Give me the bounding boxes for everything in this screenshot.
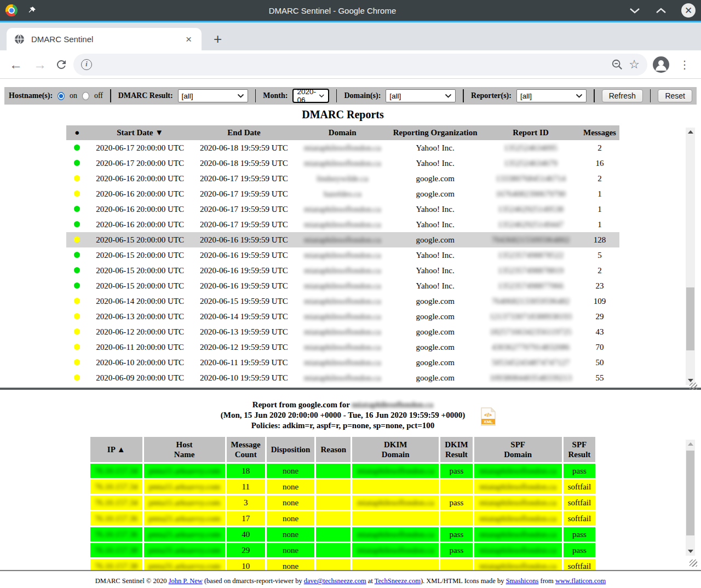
page-info-icon[interactable]: i xyxy=(81,59,92,70)
table-row[interactable]: 2020-06-09 20:00:00 UTC 2020-06-10 19:59… xyxy=(66,370,619,385)
ip-cell: 76.10.157.38 xyxy=(90,559,142,570)
col-end-date[interactable]: End Date xyxy=(192,125,296,140)
close-window-button[interactable]: ✕ xyxy=(681,3,696,18)
col-reporting-org[interactable]: Reporting Organization xyxy=(389,125,481,140)
message-count-cell: 17 xyxy=(227,511,265,526)
table-row[interactable]: 2020-06-17 20:00:00 UTC 2020-06-18 19:59… xyxy=(66,155,619,171)
col-start-date[interactable]: Start Date ▼ xyxy=(88,125,192,140)
tab-close-icon[interactable]: × xyxy=(183,34,194,44)
profile-avatar-icon[interactable] xyxy=(653,56,669,73)
reset-button[interactable]: Reset xyxy=(658,89,692,102)
dkim-result-cell: pass xyxy=(440,495,473,510)
detail-scrollbar[interactable] xyxy=(686,440,695,556)
table-row[interactable]: 2020-06-16 20:00:00 UTC 2020-06-17 19:59… xyxy=(66,201,619,217)
redacted-ip: 76.10.157.34 xyxy=(95,466,138,475)
col-messages[interactable]: Messages xyxy=(580,125,619,140)
col-dkim-result[interactable]: DKIM Result xyxy=(440,437,473,462)
table-row[interactable]: 2020-06-17 20:00:00 UTC 2020-06-18 19:59… xyxy=(66,140,619,155)
status-dot xyxy=(74,298,80,304)
maximize-icon[interactable] xyxy=(655,7,667,14)
org-cell: google.com xyxy=(389,309,481,324)
scroll-up-button[interactable] xyxy=(686,440,695,448)
col-report-id[interactable]: Report ID xyxy=(481,125,580,140)
end-date-cell: 2020-06-14 19:59:59 UTC xyxy=(192,309,296,324)
table-row[interactable]: 2020-06-16 20:00:00 UTC 2020-06-17 19:59… xyxy=(66,171,619,186)
reporter-select[interactable]: [all] xyxy=(516,89,587,102)
col-reason[interactable]: Reason xyxy=(316,437,350,462)
col-spf-result[interactable]: SPF Result xyxy=(564,437,596,462)
col-dkim-domain[interactable]: DKIM Domain xyxy=(352,437,439,462)
month-select[interactable]: 2020-06 xyxy=(292,89,329,103)
bookmark-star-icon[interactable]: ☆ xyxy=(629,57,640,72)
messages-cell: 43 xyxy=(580,324,619,339)
col-ip[interactable]: IP ▲ xyxy=(90,437,142,462)
table-row[interactable]: 2020-06-15 20:00:00 UTC 2020-06-16 19:59… xyxy=(66,247,619,263)
tab-dmarc-sentinel[interactable]: DMARC Sentinel × xyxy=(7,28,202,50)
reports-body: 2020-06-17 20:00:00 UTC 2020-06-18 19:59… xyxy=(66,140,619,385)
message-count-cell: 40 xyxy=(227,527,265,541)
table-row[interactable]: 2020-06-15 20:00:00 UTC 2020-06-16 19:59… xyxy=(66,278,619,293)
table-row[interactable]: 2020-06-15 20:00:00 UTC 2020-06-16 19:59… xyxy=(66,263,619,278)
scroll-down-button[interactable] xyxy=(686,547,695,556)
address-bar[interactable]: i ☆ xyxy=(73,54,647,76)
detail-header-row: IP ▲ Host Name Message Count Disposition… xyxy=(90,437,595,462)
report-id-cell: 1352524634095 xyxy=(481,140,580,155)
resize-grip[interactable] xyxy=(689,383,697,390)
scrollbar-thumb[interactable] xyxy=(686,451,694,535)
chevron-down-icon xyxy=(445,94,452,98)
svg-text:</>: </> xyxy=(484,412,492,418)
scrollbar-thumb[interactable] xyxy=(686,287,694,350)
dmarc-result-select[interactable]: [all] xyxy=(178,89,248,102)
table-row[interactable]: 2020-06-16 20:00:00 UTC 2020-06-17 19:59… xyxy=(66,217,619,232)
redacted-domain: miataphilesoflondon.ca xyxy=(304,205,381,214)
redacted-report-id: 1352524634679 xyxy=(504,159,558,168)
hostname-off-radio[interactable] xyxy=(82,92,89,100)
reports-scrollbar[interactable] xyxy=(686,128,695,385)
col-domain[interactable]: Domain xyxy=(296,125,389,140)
col-host-name[interactable]: Host Name xyxy=(144,437,225,462)
table-row[interactable]: 2020-06-12 20:00:00 UTC 2020-06-13 19:59… xyxy=(66,324,619,339)
col-status[interactable]: ● xyxy=(66,125,88,140)
zoom-out-icon[interactable] xyxy=(611,59,623,71)
col-spf-domain[interactable]: SPF Domain xyxy=(474,437,562,462)
status-cell xyxy=(66,155,88,171)
table-row[interactable]: 2020-06-11 20:00:00 UTC 2020-06-12 19:59… xyxy=(66,339,619,355)
table-row[interactable]: 2020-06-15 20:00:00 UTC 2020-06-16 19:59… xyxy=(66,232,619,247)
messages-cell: 70 xyxy=(580,339,619,355)
col-disposition[interactable]: Disposition xyxy=(267,437,315,462)
redacted-host: pmta11.arksavvy.com xyxy=(148,498,220,507)
status-cell xyxy=(66,324,88,339)
hostname-on-radio[interactable] xyxy=(58,92,65,100)
col-message-count[interactable]: Message Count xyxy=(227,437,265,462)
table-row[interactable]: 2020-06-16 20:00:00 UTC 2020-06-17 19:59… xyxy=(66,186,619,201)
status-cell xyxy=(66,201,88,217)
forward-icon[interactable]: → xyxy=(31,58,49,71)
table-row[interactable]: 2020-06-10 20:00:00 UTC 2020-06-11 19:59… xyxy=(66,355,619,370)
resize-grip[interactable] xyxy=(689,560,697,567)
org-cell: google.com xyxy=(389,339,481,355)
dkim-result-cell xyxy=(440,559,473,570)
detail-row: 76.10.157.38 pmta31.arksavvy.com 10 none… xyxy=(90,559,595,570)
domain-cell: hazeldes.ca xyxy=(296,186,389,201)
end-date-cell: 2020-06-17 19:59:59 UTC xyxy=(192,217,296,232)
messages-cell: 50 xyxy=(580,355,619,370)
redacted-report-id: 1352524634095 xyxy=(504,143,558,152)
xml-file-icon[interactable]: </> XML xyxy=(481,407,496,426)
dkim-domain-cell: miataphilesoflondon.ca xyxy=(352,464,439,478)
new-tab-button[interactable]: + xyxy=(214,32,222,46)
minimize-icon[interactable] xyxy=(629,7,641,14)
table-row[interactable]: 2020-06-13 20:00:00 UTC 2020-06-14 19:59… xyxy=(66,309,619,324)
redacted-domain: miataphilesoflondon.ca xyxy=(304,373,381,382)
domain-select[interactable]: [all] xyxy=(386,89,456,102)
back-icon[interactable]: ← xyxy=(7,58,25,71)
status-cell xyxy=(66,370,88,385)
table-row[interactable]: 2020-06-14 20:00:00 UTC 2020-06-15 19:59… xyxy=(66,293,619,309)
reports-table: ● Start Date ▼ End Date Domain Reporting… xyxy=(66,125,619,385)
reload-icon[interactable] xyxy=(55,58,68,71)
scroll-up-button[interactable] xyxy=(686,128,695,136)
refresh-button[interactable]: Refresh xyxy=(602,89,643,102)
message-count-cell: 10 xyxy=(227,559,265,570)
tab-title: DMARC Sentinel xyxy=(31,34,177,44)
messages-cell: 5 xyxy=(580,247,619,263)
menu-icon[interactable]: ⋮ xyxy=(675,58,694,71)
